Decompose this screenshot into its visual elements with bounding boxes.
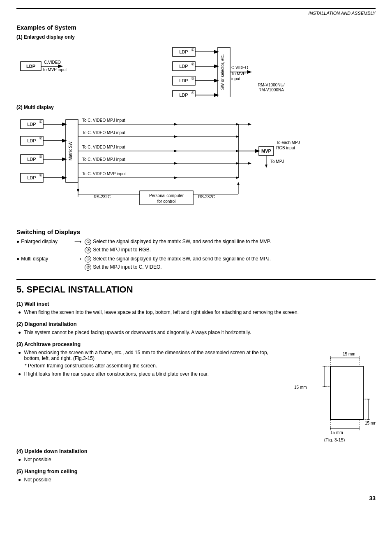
bullet-diagonal: ● (18, 330, 23, 335)
label-enlarged: Enlarged display (21, 239, 74, 244)
bullet-arch1: ● (18, 350, 23, 355)
svg-text:15 mm: 15 mm (330, 430, 343, 435)
svg-text:SW or selector, etc.: SW or selector, etc. (220, 54, 225, 90)
svg-text:③: ③ (39, 155, 42, 159)
architrave-section: (3) Architrave processing ● When enclosi… (16, 341, 376, 442)
svg-text:②: ② (191, 62, 194, 66)
upside-title: (4) Upside down installation (16, 448, 376, 454)
svg-text:MVP: MVP (261, 149, 271, 153)
svg-rect-88 (330, 366, 363, 420)
upside-section: (4) Upside down installation ● Not possi… (16, 448, 376, 462)
svg-text:LDP: LDP (179, 49, 188, 54)
step2-text: Set the MPJ input to RGB. (93, 247, 151, 253)
ceiling-text1: Not possible (24, 477, 51, 483)
svg-text:LDP: LDP (27, 122, 36, 127)
arch-text2: If light leaks from the rear space after… (24, 371, 209, 377)
architrave-note: * Perform framing constructions after as… (16, 363, 285, 369)
svg-text:Matrix SW: Matrix SW (68, 141, 73, 160)
svg-text:To each MPJ: To each MPJ (276, 140, 300, 145)
bullet-wall: ● (18, 309, 23, 315)
svg-text:LDP: LDP (26, 64, 35, 69)
svg-text:To C. VIDEO MPJ input: To C. VIDEO MPJ input (82, 145, 125, 149)
switching-title: Switching of Displays (16, 228, 376, 235)
diagram1-container: LDP C.VIDEO To MVP input LDP ① LDP ② LDP… (16, 43, 376, 98)
svg-text:To C. VIDEO MPJ input: To C. VIDEO MPJ input (82, 130, 125, 135)
upside-text1: Not possible (24, 457, 51, 462)
examples-title: Examples of System (16, 24, 376, 31)
svg-text:15 mm: 15 mm (294, 385, 307, 390)
diagonal-section: (2) Diagonal installation ● This system … (16, 321, 376, 335)
svg-text:To MVP input: To MVP input (42, 67, 67, 72)
special-title: 5. SPECIAL INSTALLATION (16, 279, 376, 295)
architrave-text-block: ● When enclosing the screen with a frame… (16, 350, 285, 442)
svg-text:C.VIDEO: C.VIDEO (231, 65, 248, 70)
svg-text:To MPJ: To MPJ (270, 159, 284, 164)
ceiling-section: (5) Hanging from ceiling ● Not possible (16, 468, 376, 483)
svg-text:①: ① (39, 120, 42, 124)
svg-text:RGB input: RGB input (276, 146, 295, 150)
diagonal-title: (2) Diagonal installation (16, 321, 376, 327)
architrave-item1: ● When enclosing the screen with a frame… (16, 350, 285, 361)
svg-text:②: ② (39, 136, 42, 140)
diagonal-item1: ● This system cannot be placed facing up… (16, 330, 376, 335)
step2m-text: Set the MPJ input to C. VIDEO. (93, 264, 161, 270)
step1m-text: Select the signal displayed by the matri… (93, 256, 271, 262)
svg-text:①: ① (191, 48, 194, 52)
wall-inset-section: (1) Wall inset ● When fixing the screen … (16, 301, 376, 315)
bullet-ceiling: ● (18, 477, 23, 483)
wall-inset-text1: When fixing the screen into the wall, le… (24, 309, 299, 315)
svg-text:Personal computer: Personal computer (149, 193, 184, 198)
sub2-title: (2) Multi display (16, 104, 376, 110)
svg-text:LDP: LDP (179, 78, 188, 83)
bullet-enlarged: ● (16, 239, 19, 244)
svg-text:RS-232C: RS-232C (94, 195, 111, 199)
diagram1-svg: LDP C.VIDEO To MVP input LDP ① LDP ② LDP… (16, 43, 370, 97)
bullet-upside: ● (18, 457, 23, 462)
step2m-circle: ② (85, 264, 91, 271)
diagram2-svg: LDP ① LDP ② LDP ③ LDP ④ Matrix SW To C. … (16, 114, 370, 221)
steps-enlarged: ① Select the signal displayed by the mat… (85, 239, 271, 253)
architrave-title: (3) Architrave processing (16, 341, 376, 347)
svg-text:RS-232C: RS-232C (198, 195, 215, 199)
ceiling-title: (5) Hanging from ceiling (16, 468, 376, 474)
wall-inset-title: (1) Wall inset (16, 301, 376, 307)
svg-text:④: ④ (39, 173, 42, 177)
svg-text:④: ④ (191, 91, 194, 95)
step1-text: Select the signal displayed by the matri… (93, 239, 271, 244)
svg-text:C.VIDEO: C.VIDEO (44, 60, 61, 65)
sub1-title: (1) Enlarged display only (16, 34, 376, 40)
svg-text:RM-V1000NA: RM-V1000NA (258, 88, 284, 92)
svg-text:LDP: LDP (27, 157, 36, 162)
svg-text:input: input (231, 77, 240, 81)
architrave-diagram: 15 mm 15 mm 15 mm 1 (293, 350, 376, 442)
svg-text:LDP: LDP (27, 138, 36, 143)
step1-circle: ① (85, 239, 91, 245)
svg-text:LDP: LDP (179, 93, 188, 97)
svg-text:15 mm: 15 mm (365, 421, 376, 425)
svg-text:To C. VIDEO MVP input: To C. VIDEO MVP input (82, 172, 126, 176)
page-header: INSTALLATION AND ASSEMBLY (16, 8, 376, 16)
svg-text:To C. VIDEO MPJ input: To C. VIDEO MPJ input (82, 118, 125, 123)
svg-text:LDP: LDP (179, 64, 188, 69)
arch-text1: When enclosing the screen with a frame, … (24, 350, 285, 361)
diagram2-container: LDP ① LDP ② LDP ③ LDP ④ Matrix SW To C. … (16, 114, 376, 222)
svg-text:LDP: LDP (27, 175, 36, 180)
label-multi: Multi display (21, 256, 74, 262)
svg-text:RM-V1000NU/: RM-V1000NU/ (258, 83, 284, 87)
page-number: 33 (16, 495, 376, 502)
bullet-arch2: ● (18, 371, 23, 377)
step1m-circle: ① (85, 256, 91, 262)
svg-text:for control: for control (157, 199, 175, 204)
svg-text:To C. VIDEO MPJ input: To C. VIDEO MPJ input (82, 157, 125, 162)
architrave-svg: 15 mm 15 mm 15 mm 1 (293, 350, 376, 440)
diagonal-text1: This system cannot be placed facing upwa… (24, 330, 251, 335)
header-title: INSTALLATION AND ASSEMBLY (309, 11, 376, 16)
wall-inset-item1: ● When fixing the screen into the wall, … (16, 309, 376, 315)
upside-item1: ● Not possible (16, 457, 376, 462)
arrow-multi: ⟶ (74, 256, 81, 262)
svg-text:③: ③ (191, 77, 194, 81)
arrow-enlarged: ⟶ (74, 239, 81, 244)
switching-section: Switching of Displays ● Enlarged display… (16, 228, 376, 271)
svg-text:15 mm: 15 mm (343, 352, 355, 356)
step2-circle: ② (85, 247, 91, 253)
